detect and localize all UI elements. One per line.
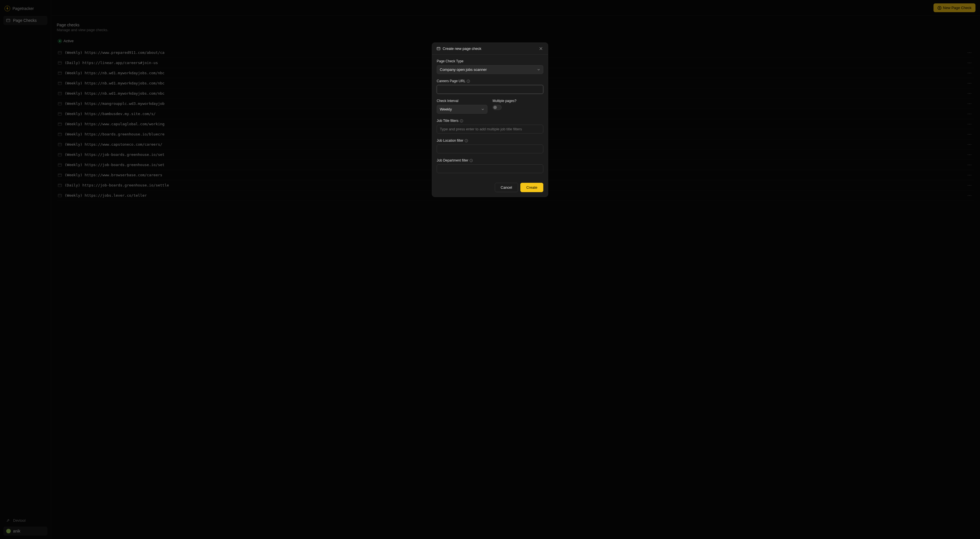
create-page-check-modal: Create new page check Page Check Type Co… (432, 43, 548, 197)
chevron-down-icon (481, 108, 484, 111)
info-icon[interactable]: i (469, 159, 473, 162)
select-value: Company open jobs scanner (440, 67, 487, 72)
modal-footer: Cancel Create (432, 183, 548, 197)
svg-rect-80 (437, 48, 440, 50)
modal-title: Create new page check (437, 46, 538, 51)
check-interval-select[interactable]: Weekly (437, 105, 487, 114)
job-title-filters-input[interactable] (437, 125, 543, 133)
select-value: Weekly (440, 107, 452, 111)
job-department-filter-input[interactable] (437, 164, 543, 173)
info-icon[interactable]: i (460, 119, 463, 122)
careers-url-input[interactable] (437, 85, 543, 94)
label-job-location-filter: Job Location filter i (437, 139, 543, 143)
label-careers-url: Careers Page URL i (437, 79, 543, 83)
browser-icon (437, 47, 441, 51)
label-page-check-type: Page Check Type (437, 59, 543, 63)
label-job-department-filter: Job Department filter i (437, 159, 543, 162)
info-icon[interactable]: i (467, 79, 470, 83)
create-button[interactable]: Create (520, 183, 543, 192)
info-icon[interactable]: i (465, 139, 468, 142)
chevron-down-icon (537, 68, 540, 71)
page-check-type-select[interactable]: Company open jobs scanner (437, 65, 543, 74)
job-location-filter-input[interactable] (437, 144, 543, 153)
modal-header: Create new page check (432, 43, 548, 55)
label-job-title-filters: Job Title filters i (437, 119, 543, 123)
multiple-pages-toggle[interactable] (493, 105, 502, 110)
label-check-interval: Check Interval (437, 99, 487, 103)
label-multiple-pages: Multiple pages? (493, 99, 543, 103)
close-icon[interactable] (538, 46, 543, 51)
cancel-button[interactable]: Cancel (495, 183, 518, 192)
modal-body: Page Check Type Company open jobs scanne… (432, 55, 548, 183)
modal-overlay[interactable]: Create new page check Page Check Type Co… (0, 0, 980, 539)
modal-title-text: Create new page check (443, 46, 482, 51)
